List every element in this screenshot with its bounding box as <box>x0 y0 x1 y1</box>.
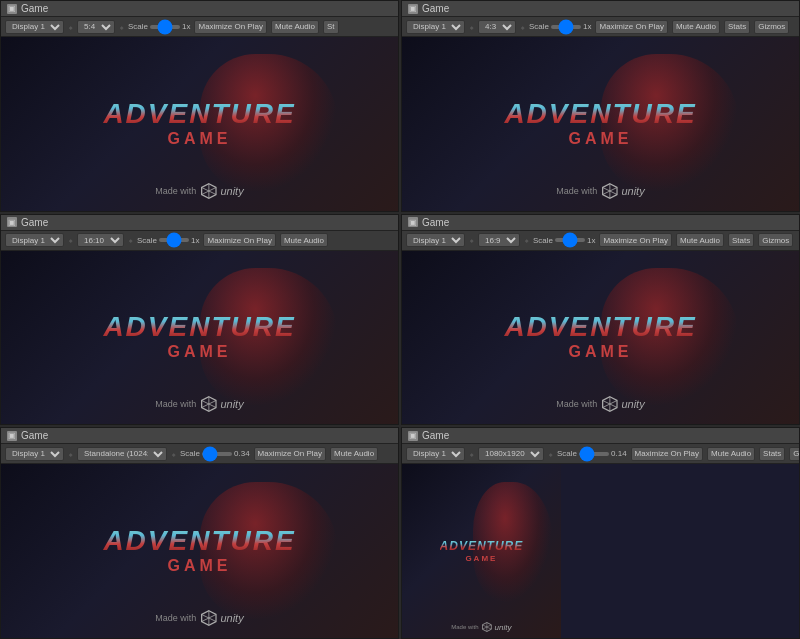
sep-4: ⬥ <box>520 22 525 32</box>
adventure-title-1: ADVENTURE <box>103 100 295 128</box>
display-select-3[interactable]: Display 1 <box>5 233 64 247</box>
game-icon-5: ▣ <box>7 431 17 441</box>
game-icon-1: ▣ <box>7 4 17 14</box>
panel-1-titlebar: ▣ Game <box>1 1 398 17</box>
game-subtitle-4: GAME <box>569 343 633 361</box>
aspect-select-1[interactable]: 5:4 <box>77 20 115 34</box>
sep-7: ⬥ <box>469 235 474 245</box>
scale-slider-3[interactable] <box>159 238 189 242</box>
panel-3-titlebar: ▣ Game <box>1 215 398 231</box>
mute-btn-2[interactable]: Mute Audio <box>672 20 720 34</box>
panel-5-title: Game <box>21 430 48 441</box>
game-panel-6: ▣ Game Display 1 ⬥ 1080x1920 ⬥ Scale 0.1… <box>401 427 800 639</box>
unity-name-4: unity <box>621 398 644 410</box>
stats-btn-6[interactable]: Stats <box>759 447 785 461</box>
gizmos-btn-2[interactable]: Gizmos <box>754 20 789 34</box>
scale-control-2: Scale 1x <box>529 22 591 31</box>
stats-btn-2[interactable]: Stats <box>724 20 750 34</box>
scale-slider-5[interactable] <box>202 452 232 456</box>
aspect-select-2[interactable]: 4:3 <box>478 20 516 34</box>
scale-slider-1[interactable] <box>150 25 180 29</box>
unity-logo-4 <box>601 396 617 412</box>
sep-2: ⬥ <box>119 22 124 32</box>
scale-label-1: Scale <box>128 22 148 31</box>
gizmos-btn-6[interactable]: Gizmos <box>789 447 800 461</box>
unity-logo-6 <box>482 622 492 632</box>
scale-slider-2[interactable] <box>551 25 581 29</box>
sep-5: ⬥ <box>68 235 73 245</box>
panel-6-toolbar: Display 1 ⬥ 1080x1920 ⬥ Scale 0.14 Maxim… <box>402 444 799 464</box>
panel-4-titlebar: ▣ Game <box>402 215 799 231</box>
game-icon-4: ▣ <box>408 217 418 227</box>
mute-btn-1[interactable]: Mute Audio <box>271 20 319 34</box>
mute-btn-3[interactable]: Mute Audio <box>280 233 328 247</box>
adventure-title-2: ADVENTURE <box>504 100 696 128</box>
maximize-btn-2[interactable]: Maximize On Play <box>595 20 667 34</box>
game-viewport-3: ADVENTURE GAME Made with unity <box>1 251 398 425</box>
scale-slider-4[interactable] <box>555 238 585 242</box>
display-select-1[interactable]: Display 1 <box>5 20 64 34</box>
panel-1-toolbar: Display 1 ⬥ 5:4 ⬥ Scale 1x Maximize On P… <box>1 17 398 37</box>
game-icon-6: ▣ <box>408 431 418 441</box>
aspect-select-3[interactable]: 16:10 <box>77 233 124 247</box>
unity-badge-1: Made with unity <box>155 183 243 199</box>
scale-slider-6[interactable] <box>579 452 609 456</box>
main-grid: ▣ Game Display 1 ⬥ 5:4 ⬥ Scale 1x Maximi… <box>0 0 800 639</box>
aspect-select-5[interactable]: Standalone (1024x768) <box>77 447 167 461</box>
unity-name-5: unity <box>220 612 243 624</box>
display-select-6[interactable]: Display 1 <box>406 447 465 461</box>
gizmos-btn-4[interactable]: Gizmos <box>758 233 793 247</box>
panel-4-title: Game <box>422 217 449 228</box>
scale-control-6: Scale 0.14 <box>557 449 627 458</box>
maximize-btn-1[interactable]: Maximize On Play <box>194 20 266 34</box>
mute-btn-6[interactable]: Mute Audio <box>707 447 755 461</box>
sep-9: ⬥ <box>68 449 73 459</box>
game-viewport-2: ADVENTURE GAME Made with unity <box>402 37 799 211</box>
scale-value-6: 0.14 <box>611 449 627 458</box>
game-icon-3: ▣ <box>7 217 17 227</box>
adventure-title-4: ADVENTURE <box>504 313 696 341</box>
game-content-5: ADVENTURE GAME Made with unity <box>1 464 398 638</box>
mute-btn-4[interactable]: Mute Audio <box>676 233 724 247</box>
maximize-btn-6[interactable]: Maximize On Play <box>631 447 703 461</box>
aspect-select-6[interactable]: 1080x1920 <box>478 447 544 461</box>
unity-name-1: unity <box>220 185 243 197</box>
panel-2-toolbar: Display 1 ⬥ 4:3 ⬥ Scale 1x Maximize On P… <box>402 17 799 37</box>
game-viewport-4: ADVENTURE GAME Made with unity <box>402 251 799 425</box>
stats-btn-4[interactable]: Stats <box>728 233 754 247</box>
display-select-2[interactable]: Display 1 <box>406 20 465 34</box>
made-with-2: Made with <box>556 186 597 196</box>
panel-6-title: Game <box>422 430 449 441</box>
game-subtitle-3: GAME <box>168 343 232 361</box>
made-with-6: Made with <box>451 624 478 630</box>
mute-btn-5[interactable]: Mute Audio <box>330 447 378 461</box>
maximize-btn-3[interactable]: Maximize On Play <box>203 233 275 247</box>
game-panel-5: ▣ Game Display 1 ⬥ Standalone (1024x768)… <box>0 427 399 639</box>
maximize-btn-4[interactable]: Maximize On Play <box>599 233 671 247</box>
unity-logo-1 <box>200 183 216 199</box>
aspect-select-4[interactable]: 16:9 <box>478 233 520 247</box>
adventure-title-6: ADVENTURE <box>440 540 524 552</box>
stats-btn-1[interactable]: St <box>323 20 339 34</box>
scale-label-6: Scale <box>557 449 577 458</box>
scale-label-4: Scale <box>533 236 553 245</box>
scale-label-2: Scale <box>529 22 549 31</box>
panel-2-titlebar: ▣ Game <box>402 1 799 17</box>
game-panel-3: ▣ Game Display 1 ⬥ 16:10 ⬥ Scale 1x Maxi… <box>0 214 399 426</box>
unity-badge-2: Made with unity <box>556 183 644 199</box>
game-viewport-1: ADVENTURE GAME Made with unity <box>1 37 398 211</box>
unity-logo-2 <box>601 183 617 199</box>
scale-value-4: 1x <box>587 236 595 245</box>
scale-value-1: 1x <box>182 22 190 31</box>
panel-4-toolbar: Display 1 ⬥ 16:9 ⬥ Scale 1x Maximize On … <box>402 231 799 251</box>
unity-logo-5 <box>200 610 216 626</box>
display-select-4[interactable]: Display 1 <box>406 233 465 247</box>
game-viewport-6: ADVENTURE GAME Made with unity <box>402 464 799 638</box>
game-content-4: ADVENTURE GAME Made with unity <box>402 251 799 425</box>
maximize-btn-5[interactable]: Maximize On Play <box>254 447 326 461</box>
sep-1: ⬥ <box>68 22 73 32</box>
game-subtitle-5: GAME <box>168 557 232 575</box>
game-subtitle-1: GAME <box>168 130 232 148</box>
display-select-5[interactable]: Display 1 <box>5 447 64 461</box>
panel-6-titlebar: ▣ Game <box>402 428 799 444</box>
